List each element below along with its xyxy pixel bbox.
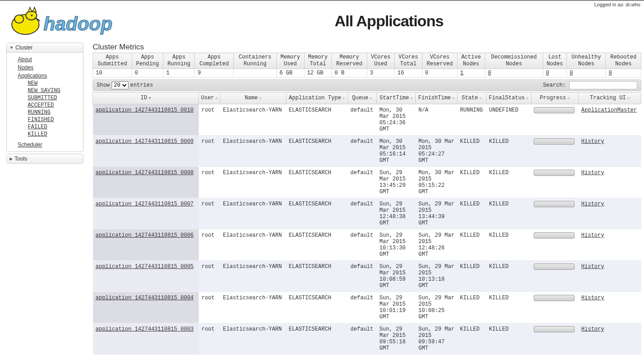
apps-header-id[interactable]: ID▼ [93, 93, 199, 104]
sidebar-tools-header[interactable]: ▶ Tools [7, 154, 83, 163]
metrics-header: VCoresReserved [422, 53, 457, 69]
metrics-header: AppsCompleted [195, 53, 234, 69]
show-label: Show [97, 82, 110, 88]
tracking-ui-link[interactable]: History [581, 232, 604, 239]
apps-header-state[interactable]: State◇ [457, 93, 487, 104]
sort-icon: ◇ [479, 96, 482, 101]
application-id-link[interactable]: application_1427443110815_0005 [96, 263, 194, 270]
tracking-ui-link[interactable]: History [581, 326, 604, 332]
metrics-header: ActiveNodes [457, 53, 485, 69]
login-info: Logged in as: dr.who [594, 2, 640, 7]
page-size-select[interactable]: 20 [112, 81, 128, 89]
metrics-value[interactable]: 0 [567, 69, 606, 78]
application-id-link[interactable]: application_1427443110815_0007 [96, 201, 194, 207]
cell-queue: default [348, 198, 377, 229]
apps-header-progress[interactable]: Progress◇ [531, 93, 578, 104]
cell-state: KILLED [457, 292, 487, 323]
cell-name: Elasticsearch-YARN [220, 261, 286, 292]
metrics-value[interactable]: 0 [543, 69, 566, 78]
metrics-value: 16 [394, 69, 422, 78]
cell-id: application_1427443110815_0009 [93, 136, 199, 167]
sort-icon: ◇ [452, 96, 455, 101]
metrics-value [234, 69, 276, 78]
table-row: application_1427443110815_0009rootElasti… [93, 136, 641, 167]
application-id-link[interactable]: application_1427443110815_0003 [96, 326, 194, 332]
cell-finish: Sun, 29 Mar 2015 13:44:39 GMT [416, 198, 457, 229]
metrics-header: VCoresUsed [367, 53, 394, 69]
cell-finalstatus: KILLED [486, 229, 531, 261]
cell-id: application_1427443110815_0006 [93, 229, 199, 261]
nav-state-new_saving[interactable]: NEW_SAVING [28, 87, 81, 94]
hadoop-logo: hadoop [6, 5, 140, 36]
table-row: application_1427443110815_0010rootElasti… [93, 104, 641, 136]
cell-start: Sun, 29 Mar 2015 10:01:19 GMT [377, 292, 416, 323]
apps-header-user[interactable]: User◇ [199, 93, 220, 104]
cell-state: KILLED [457, 323, 487, 355]
cluster-metrics-title: Cluster Metrics [93, 43, 641, 52]
nav-about[interactable]: About [18, 55, 81, 63]
apps-header-tracking-ui[interactable]: Tracking UI◇ [579, 93, 641, 104]
cell-queue: default [348, 104, 377, 136]
metrics-value[interactable]: 1 [457, 69, 485, 78]
metrics-value: 0 [422, 69, 457, 78]
search-input[interactable] [569, 81, 637, 89]
sort-icon: ◇ [370, 96, 372, 101]
application-id-link[interactable]: application_1427443110815_0009 [96, 138, 194, 145]
nav-state-accepted[interactable]: ACCEPTED [28, 102, 81, 109]
cell-start: Mon, 30 Mar 2015 05:16:14 GMT [377, 136, 416, 167]
apps-header-name[interactable]: Name◇ [220, 93, 286, 104]
sort-icon: ◇ [343, 96, 345, 101]
cell-id: application_1427443110815_0010 [93, 104, 199, 136]
metrics-value[interactable]: 0 [485, 69, 543, 78]
tracking-ui-link[interactable]: History [581, 170, 604, 176]
nav-nodes[interactable]: Nodes [18, 63, 81, 72]
nav-state-finished[interactable]: FINISHED [28, 116, 81, 123]
tracking-ui-link[interactable]: History [581, 201, 604, 207]
apps-header-application-type[interactable]: Application Type◇ [286, 93, 348, 104]
cell-finalstatus: KILLED [486, 323, 531, 355]
cluster-metrics-table: AppsSubmittedAppsPendingAppsRunningAppsC… [93, 53, 641, 78]
cell-name: Elasticsearch-YARN [220, 229, 286, 261]
cell-start: Sun, 29 Mar 2015 09:55:18 GMT [377, 323, 416, 355]
nav-state-killed[interactable]: KILLED [28, 131, 81, 138]
nav-state-running[interactable]: RUNNING [28, 109, 81, 116]
cell-id: application_1427443110815_0005 [93, 261, 199, 292]
cell-name: Elasticsearch-YARN [220, 167, 286, 198]
cell-queue: default [348, 229, 377, 261]
cell-finish: Sun, 29 Mar 2015 10:13:18 GMT [416, 261, 457, 292]
metrics-header: MemoryTotal [304, 53, 332, 69]
sidebar-tools-panel: ▶ Tools [6, 154, 84, 164]
application-id-link[interactable]: application_1427443110815_0004 [96, 295, 194, 301]
nav-state-failed[interactable]: FAILED [28, 123, 81, 131]
apps-header-finishtime[interactable]: FinishTime◇ [416, 93, 457, 104]
sidebar-tools-label: Tools [15, 156, 27, 162]
cell-progress [531, 292, 578, 323]
tracking-ui-link[interactable]: History [581, 138, 604, 145]
apps-header-finalstatus[interactable]: FinalStatus◇ [486, 93, 531, 104]
nav-applications[interactable]: Applications [18, 72, 81, 80]
nav-state-submitted[interactable]: SUBMITTED [28, 94, 81, 102]
nav-scheduler[interactable]: Scheduler [18, 141, 81, 149]
apps-header-queue[interactable]: Queue◇ [348, 93, 377, 104]
metrics-header: RebootedNodes [606, 53, 641, 69]
tracking-ui-link[interactable]: History [581, 263, 604, 270]
metrics-value[interactable]: 0 [606, 69, 641, 78]
apps-header-starttime[interactable]: StartTime◇ [377, 93, 416, 104]
metrics-header: AppsSubmitted [93, 53, 132, 69]
cell-finalstatus: KILLED [486, 167, 531, 198]
application-id-link[interactable]: application_1427443110815_0008 [96, 170, 194, 176]
progress-bar [534, 295, 575, 301]
sort-icon: ◇ [410, 96, 413, 101]
tracking-ui-link[interactable]: History [581, 295, 604, 301]
application-id-link[interactable]: application_1427443110815_0006 [96, 232, 194, 239]
table-row: application_1427443110815_0006rootElasti… [93, 229, 641, 261]
application-id-link[interactable]: application_1427443110815_0010 [96, 107, 194, 113]
nav-state-new[interactable]: NEW [28, 80, 81, 87]
cell-tracking: History [579, 292, 641, 323]
metrics-value: 0 B [332, 69, 367, 78]
metrics-header: UnhealthyNodes [567, 53, 606, 69]
sidebar-cluster-header[interactable]: ▼ Cluster [7, 43, 83, 53]
table-row: application_1427443110815_0008rootElasti… [93, 167, 641, 198]
tracking-ui-link[interactable]: ApplicationMaster [581, 107, 637, 113]
cell-state: KILLED [457, 167, 487, 198]
